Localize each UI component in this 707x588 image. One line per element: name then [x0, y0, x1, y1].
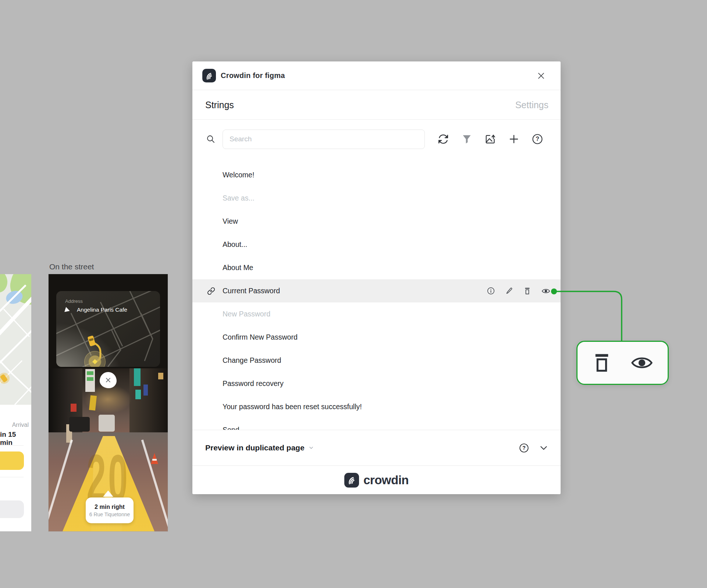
- building-sign: [143, 385, 148, 396]
- string-row[interactable]: About...: [192, 233, 561, 256]
- add-string-button[interactable]: [508, 134, 519, 145]
- help-icon[interactable]: ?: [519, 443, 529, 453]
- string-label: Change Password: [223, 356, 281, 365]
- preview-in-duplicated-page-toggle[interactable]: Preview in duplicated page: [205, 443, 314, 452]
- close-dialog-button[interactable]: [536, 70, 547, 81]
- help-button[interactable]: ?: [532, 134, 543, 145]
- arrival-label: Arrival: [12, 422, 29, 428]
- string-label: Save as...: [223, 194, 255, 202]
- search-icon: [206, 135, 215, 144]
- svg-text:?: ?: [536, 136, 539, 142]
- building-sign: [87, 371, 93, 375]
- row-actions: [487, 287, 550, 295]
- string-row[interactable]: Welcome!: [192, 163, 561, 187]
- string-row[interactable]: Password recovery: [192, 372, 561, 395]
- row-actions-callout: [576, 341, 669, 385]
- dialog-tabs: Strings Settings: [192, 91, 561, 120]
- delete-icon: [592, 353, 611, 373]
- string-row[interactable]: Change Password: [192, 349, 561, 372]
- string-label: About Me: [223, 263, 253, 272]
- crowdin-logo: [344, 473, 359, 488]
- close-ar-button[interactable]: [100, 372, 117, 388]
- dialog-header: Crowdin for figma: [192, 61, 561, 90]
- add-icon: [508, 134, 519, 145]
- taxi-marker: [0, 373, 10, 384]
- crowdin-wordmark: crowdin: [363, 473, 409, 487]
- ride-status-panel: Arrival in 15 min: [0, 405, 31, 531]
- sync-button[interactable]: [437, 134, 449, 145]
- crowdin-plugin-dialog: Crowdin for figma Strings Settings: [192, 61, 561, 494]
- search-input[interactable]: [223, 130, 425, 149]
- string-label: View: [223, 217, 238, 226]
- secondary-action-button[interactable]: [0, 500, 24, 518]
- string-label: Password recovery: [223, 379, 284, 388]
- preview-label: Preview in duplicated page: [205, 443, 305, 452]
- filter-button[interactable]: [461, 134, 472, 145]
- brand-bar: crowdin: [192, 465, 561, 494]
- route-line: [56, 291, 160, 367]
- filter-icon: [462, 134, 472, 144]
- building-sign: [134, 368, 141, 386]
- edit-icon[interactable]: [505, 287, 513, 295]
- arrival-value: in 15 min: [0, 431, 29, 447]
- side-phone-frame: Arrival in 15 min: [0, 274, 31, 531]
- string-row[interactable]: Your password has been reset successfull…: [192, 395, 561, 418]
- street-sign: [71, 404, 77, 412]
- direction-primary: 2 min right: [95, 504, 125, 510]
- export-image-icon: [485, 134, 496, 145]
- close-icon: [105, 377, 111, 383]
- lit-window: [158, 373, 163, 379]
- dialog-title: Crowdin for figma: [221, 71, 285, 80]
- building-sign: [87, 377, 93, 381]
- crowdin-bird-icon: [347, 475, 357, 485]
- string-row[interactable]: Save as...: [192, 187, 561, 210]
- string-label: Send: [223, 426, 239, 430]
- chevron-down-icon: [308, 445, 314, 451]
- map-roads: [0, 274, 31, 405]
- string-label: Current Password: [223, 287, 280, 295]
- collapse-panel-chevron-icon[interactable]: [539, 443, 548, 453]
- ar-navigation-screen: 20 2 min right 6 Rue Tiquetonne Addr: [49, 274, 168, 531]
- crowdin-bird-icon: [205, 71, 214, 81]
- tab-settings[interactable]: Settings: [515, 100, 548, 110]
- string-row[interactable]: About Me: [192, 256, 561, 279]
- string-label: About...: [223, 240, 247, 249]
- map-overlay: Address Angelina Paris Cafe: [49, 274, 168, 368]
- frame-label: On the street: [49, 262, 94, 271]
- sync-icon: [438, 134, 449, 145]
- string-row[interactable]: Current Password: [192, 279, 561, 302]
- string-row[interactable]: View: [192, 210, 561, 233]
- string-label: Confirm New Password: [223, 333, 298, 341]
- export-image-button[interactable]: [484, 134, 496, 145]
- truck: [99, 415, 115, 432]
- primary-action-button[interactable]: [0, 451, 24, 470]
- string-label: Your password has been reset successfull…: [223, 403, 362, 411]
- string-label: New Password: [223, 310, 270, 318]
- direction-card: 2 min right 6 Rue Tiquetonne: [86, 497, 134, 523]
- delete-icon[interactable]: [524, 287, 531, 295]
- direction-arrow-icon: [103, 490, 113, 497]
- strings-toolbar: ?: [192, 120, 561, 159]
- preview-icon: [630, 355, 653, 371]
- help-icon: ?: [532, 134, 543, 145]
- link-icon: [207, 287, 215, 295]
- building-sign: [135, 390, 141, 399]
- address-map-card: Address Angelina Paris Cafe: [56, 291, 160, 367]
- string-row[interactable]: New Password: [192, 302, 561, 326]
- close-icon: [537, 71, 546, 80]
- dialog-footer: Preview in duplicated page ?: [192, 430, 561, 465]
- parked-car: [69, 417, 90, 432]
- string-label: Welcome!: [223, 171, 254, 179]
- traffic-cone: [151, 453, 158, 464]
- direction-secondary: 6 Rue Tiquetonne: [89, 511, 130, 517]
- string-row[interactable]: Send: [192, 418, 561, 430]
- strings-list: Welcome!Save as...ViewAbout...About MeCu…: [192, 159, 561, 430]
- string-row[interactable]: Confirm New Password: [192, 326, 561, 349]
- crowdin-logo: [202, 69, 216, 82]
- tab-strings[interactable]: Strings: [205, 100, 234, 110]
- svg-text:?: ?: [522, 445, 526, 451]
- preview-icon[interactable]: [541, 288, 550, 294]
- mini-map: [0, 274, 31, 405]
- info-icon[interactable]: [487, 287, 495, 295]
